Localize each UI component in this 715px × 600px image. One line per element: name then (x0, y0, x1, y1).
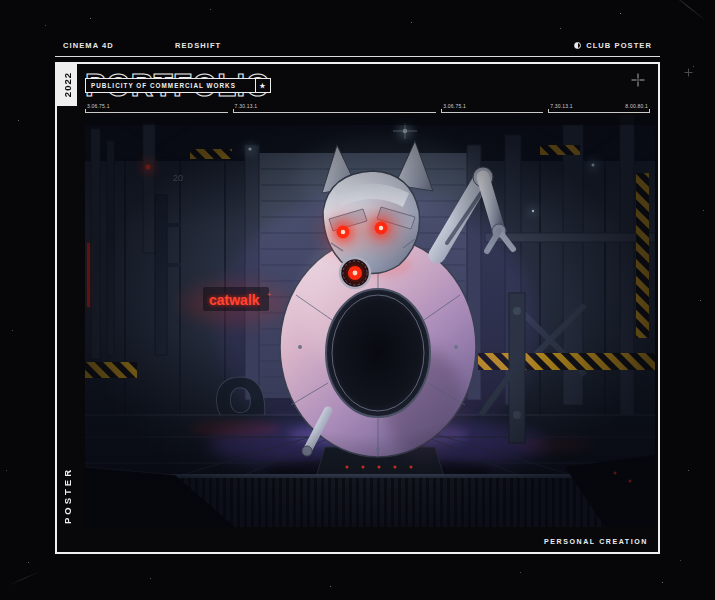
ruler-mark: 3.06.75.1 (87, 103, 110, 109)
ruler-segment: 7.30.13.1 8.00.80.1 (548, 104, 650, 113)
badge-star-icon: ★ (255, 79, 270, 92)
background-scratch (669, 0, 707, 22)
ruler-segment: 7.30.13.1 (233, 104, 437, 113)
header-divider-line (55, 56, 660, 57)
top-header-row: CINEMA 4D REDSHIFT CLUB POSTER (63, 41, 652, 52)
poster-vertical-box: POSTER (57, 452, 77, 540)
club-poster-group: CLUB POSTER (574, 41, 652, 50)
background-star-specks (0, 0, 1, 1)
cinema4d-label: CINEMA 4D (63, 41, 114, 50)
title-badge: PUBLICITY OF COMMERCIAL WORKS ★ (85, 78, 271, 93)
ruler: 3.06.75.1 7.30.13.1 3.06.75.1 7.30.13.1 … (85, 104, 650, 113)
club-poster-label: CLUB POSTER (586, 41, 652, 50)
half-circle-icon (574, 42, 581, 49)
background-scratch (7, 571, 40, 587)
ruler-mark: 8.00.80.1 (625, 103, 648, 109)
redshift-label: REDSHIFT (175, 41, 221, 50)
poster-frame: 2022 POSTER PORTFOLIO PUBLICITY OF COMME… (55, 62, 660, 554)
badge-text: PUBLICITY OF COMMERCIAL WORKS (91, 82, 255, 89)
crosshair-icon (630, 72, 646, 88)
ruler-segment: 3.06.75.1 (441, 104, 543, 113)
artwork-area: 20 9 catwalk catwalk + (85, 115, 655, 527)
year-box: 2022 (57, 64, 77, 106)
personal-creation-label: PERSONAL CREATION (544, 538, 648, 545)
year-vertical-label: 2022 (62, 72, 73, 97)
artwork-render: 20 9 catwalk catwalk + (85, 115, 655, 527)
vignette-overlay (85, 115, 655, 527)
ruler-segment: 3.06.75.1 (85, 104, 228, 113)
ruler-mark: 3.06.75.1 (443, 103, 466, 109)
outer-plus-icon (684, 68, 693, 77)
title-block: PORTFOLIO PUBLICITY OF COMMERCIAL WORKS … (85, 67, 295, 103)
ruler-mark: 7.30.13.1 (550, 103, 573, 109)
ruler-mark: 7.30.13.1 (235, 103, 258, 109)
poster-vertical-label: POSTER (62, 467, 73, 524)
